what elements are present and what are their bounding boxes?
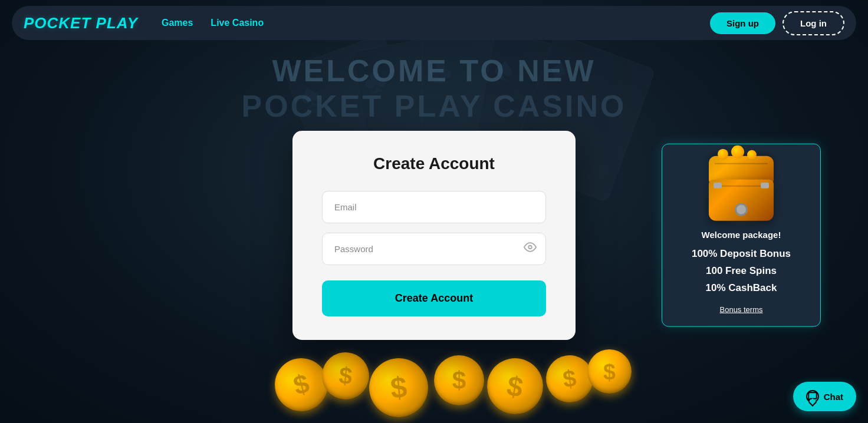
chat-label: Chat	[824, 392, 843, 402]
password-input[interactable]	[322, 233, 546, 265]
email-input[interactable]	[322, 191, 546, 223]
treasure-chest	[706, 156, 777, 221]
bonus-terms-link[interactable]: Bonus terms	[720, 305, 763, 313]
nav-actions: Sign up Log in	[710, 11, 844, 35]
logo[interactable]: POCKET PLAY	[24, 14, 138, 32]
chat-icon	[806, 390, 819, 403]
bonus-line1: 100% Deposit Bonus	[674, 246, 808, 263]
chat-button[interactable]: Chat	[793, 382, 856, 411]
chest-lock	[735, 203, 748, 216]
password-group	[322, 233, 546, 265]
chest-clasp-right	[761, 183, 769, 189]
create-account-button[interactable]: Create Account	[322, 280, 546, 316]
toggle-password-icon[interactable]	[524, 241, 537, 257]
navbar: POCKET PLAY Games Live Casino Sign up Lo…	[12, 6, 856, 40]
modal-title: Create Account	[322, 154, 546, 173]
bonus-line3: 10% CashBack	[674, 279, 808, 296]
welcome-package-card: Welcome package! 100% Deposit Bonus 100 …	[662, 144, 821, 327]
nav-link-games[interactable]: Games	[162, 18, 193, 28]
login-button[interactable]: Log in	[782, 11, 844, 35]
create-account-modal: Create Account Create Account	[292, 131, 576, 340]
chest-lid-band	[715, 163, 768, 164]
main-content: Create Account Create Account	[0, 47, 868, 423]
overflow-coin-1	[718, 149, 728, 160]
chest-lid	[709, 156, 774, 183]
overflow-coin-3	[747, 150, 757, 160]
welcome-package-bonus: 100% Deposit Bonus 100 Free Spins 10% Ca…	[674, 246, 808, 297]
welcome-package-title: Welcome package!	[674, 230, 808, 240]
svg-point-0	[528, 246, 532, 249]
signup-button[interactable]: Sign up	[710, 12, 775, 34]
chest-body-band	[715, 186, 768, 187]
bonus-line2: 100 Free Spins	[674, 263, 808, 280]
nav-link-live-casino[interactable]: Live Casino	[211, 18, 264, 28]
chest-body	[709, 180, 774, 221]
overflow-coin-2	[731, 146, 744, 158]
nav-links: Games Live Casino	[162, 18, 710, 28]
email-group	[322, 191, 546, 223]
chest-clasp-left	[714, 183, 722, 189]
